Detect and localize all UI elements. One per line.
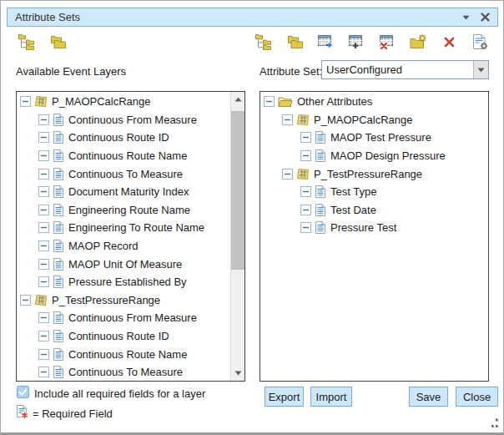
tree-item-document-maturity-index[interactable]: Document Maturity Index xyxy=(17,183,230,201)
collapse-toggle-icon[interactable] xyxy=(264,96,275,107)
collapse-toggle-icon[interactable] xyxy=(38,331,49,341)
collapse-toggle-icon[interactable] xyxy=(38,132,49,143)
tree-item-engineering-to-route-name[interactable]: Engineering To Route Name xyxy=(17,219,230,237)
table-next-button[interactable] xyxy=(316,33,335,51)
tree-item-maop-unit-of-measure[interactable]: MAOP Unit Of Measure xyxy=(17,255,230,273)
folder-gear-icon xyxy=(410,34,426,49)
chevron-down-icon[interactable] xyxy=(473,61,488,78)
tree-folders-icon xyxy=(255,33,272,50)
tree-folders-icon xyxy=(18,33,35,50)
red-x-icon xyxy=(443,36,456,48)
delete-button[interactable] xyxy=(440,33,458,51)
tree-item-pressure-established-by[interactable]: Pressure Established By xyxy=(17,273,230,291)
collapse-toggle-icon[interactable] xyxy=(38,150,49,161)
tree-item-label: Engineering Route Name xyxy=(68,204,190,216)
tree-item-maop-test-pressure[interactable]: MAOP Test Pressure xyxy=(260,129,488,147)
folder-new-button[interactable] xyxy=(409,33,427,51)
collapse-toggle-icon[interactable] xyxy=(300,150,311,161)
collapse-toggle-icon[interactable] xyxy=(38,222,49,233)
tree-item-label: Engineering To Route Name xyxy=(68,221,204,234)
tree-item-continuous-to-measure[interactable]: Continuous To Measure xyxy=(17,363,230,382)
tree-item-continuous-route-id[interactable]: Continuous Route ID xyxy=(17,327,230,346)
scroll-up-icon[interactable] xyxy=(231,93,244,106)
collapse-toggle-icon[interactable] xyxy=(38,205,49,215)
collapse-toggle-icon[interactable] xyxy=(300,205,311,215)
tree-item-continuous-route-id[interactable]: Continuous Route ID xyxy=(17,129,230,147)
collapse-toggle-icon[interactable] xyxy=(38,349,49,360)
available-layers-panel: P_MAOPCalcRangeContinuous From MeasureCo… xyxy=(16,91,245,382)
collapse-toggle-icon[interactable] xyxy=(282,114,293,125)
tree-item-label: Other Attributes xyxy=(297,95,372,108)
table-remove-button[interactable] xyxy=(378,33,396,51)
report-settings-button[interactable] xyxy=(471,33,489,51)
tree-item-other-attributes[interactable]: Other Attributes xyxy=(260,93,488,111)
collapse-menu-icon[interactable] xyxy=(462,15,470,20)
tree-item-label: P_MAOPCalcRange xyxy=(314,114,413,126)
tree-item-p-testpressurerange[interactable]: P_TestPressureRange xyxy=(17,291,230,310)
tree-item-pressure-test[interactable]: Pressure Test xyxy=(260,219,488,237)
event-layer-icon xyxy=(34,95,48,108)
table-arrow-icon xyxy=(317,33,334,50)
collapse-toggle-icon[interactable] xyxy=(38,367,49,377)
folders-button[interactable] xyxy=(285,33,304,51)
tree-item-test-type[interactable]: Test Type xyxy=(260,183,488,201)
collapse-toggle-icon[interactable] xyxy=(38,169,49,180)
tree-item-test-date[interactable]: Test Date xyxy=(260,201,488,220)
tree-item-label: Continuous Route Name xyxy=(68,149,187,162)
attribute-sets-dialog: Attribute Sets Available Event Layers At… xyxy=(0,0,504,435)
tree-item-continuous-from-measure[interactable]: Continuous From Measure xyxy=(17,309,230,327)
resize-grip[interactable] xyxy=(488,417,500,429)
attribute-set-combobox[interactable]: UserConfigured xyxy=(321,60,489,79)
field-icon xyxy=(53,347,64,362)
collapse-toggle-icon[interactable] xyxy=(282,169,293,180)
tree-item-p-testpressurerange[interactable]: P_TestPressureRange xyxy=(260,164,488,183)
scrollbar-thumb[interactable] xyxy=(231,111,244,270)
save-button[interactable]: Save xyxy=(409,387,448,407)
table-plus-icon xyxy=(348,33,365,50)
tree-item-continuous-from-measure[interactable]: Continuous From Measure xyxy=(17,111,230,129)
field-icon xyxy=(315,149,326,163)
tree-item-maop-design-pressure[interactable]: MAOP Design Pressure xyxy=(260,147,488,165)
collapse-toggle-icon[interactable] xyxy=(300,222,311,233)
tree-item-maop-record[interactable]: MAOP Record xyxy=(17,237,230,255)
tree-item-engineering-route-name[interactable]: Engineering Route Name xyxy=(17,201,230,220)
collapse-toggle-icon[interactable] xyxy=(38,114,49,125)
scroll-down-icon[interactable] xyxy=(231,367,244,380)
collapse-toggle-icon[interactable] xyxy=(38,259,49,270)
include-required-fields-checkbox[interactable] xyxy=(17,386,29,398)
folders-icon xyxy=(49,35,67,49)
tree-item-label: Continuous To Measure xyxy=(68,366,183,378)
field-icon xyxy=(315,220,326,235)
layers-tree-button[interactable] xyxy=(255,33,273,51)
tree-item-continuous-route-name[interactable]: Continuous Route Name xyxy=(17,345,230,363)
folders-icon xyxy=(286,35,304,49)
tree-item-label: Test Date xyxy=(330,204,376,216)
close-icon[interactable] xyxy=(481,13,490,22)
table-add-button[interactable] xyxy=(347,33,365,51)
collapse-toggle-icon[interactable] xyxy=(38,312,49,323)
collapse-toggle-icon[interactable] xyxy=(38,276,49,287)
tree-item-continuous-to-measure[interactable]: Continuous To Measure xyxy=(17,164,230,183)
collapse-toggle-icon[interactable] xyxy=(300,186,311,197)
tree-item-label: MAOP Test Pressure xyxy=(330,131,431,144)
collapse-toggle-icon[interactable] xyxy=(300,132,311,143)
tree-item-continuous-route-name[interactable]: Continuous Route Name xyxy=(17,147,230,165)
close-button[interactable]: Close xyxy=(456,387,498,407)
field-icon xyxy=(53,275,64,289)
collapse-toggle-icon[interactable] xyxy=(38,240,49,251)
field-icon xyxy=(53,130,64,144)
tree-item-p-maopcalcrange[interactable]: P_MAOPCalcRange xyxy=(260,111,488,129)
attribute-set-label: Attribute Set: xyxy=(260,65,322,78)
vertical-scrollbar[interactable] xyxy=(230,92,244,381)
tree-item-label: Continuous Route ID xyxy=(68,330,169,342)
layers-tree-button[interactable] xyxy=(18,33,36,51)
field-icon xyxy=(315,130,326,144)
collapse-toggle-icon[interactable] xyxy=(20,96,31,107)
collapse-toggle-icon[interactable] xyxy=(38,186,49,197)
tree-item-p-maopcalcrange[interactable]: P_MAOPCalcRange xyxy=(17,93,230,111)
export-button[interactable]: Export xyxy=(265,387,304,407)
import-button[interactable]: Import xyxy=(310,387,352,407)
window-title: Attribute Sets xyxy=(15,11,80,23)
folders-button[interactable] xyxy=(48,33,67,51)
collapse-toggle-icon[interactable] xyxy=(20,295,31,306)
